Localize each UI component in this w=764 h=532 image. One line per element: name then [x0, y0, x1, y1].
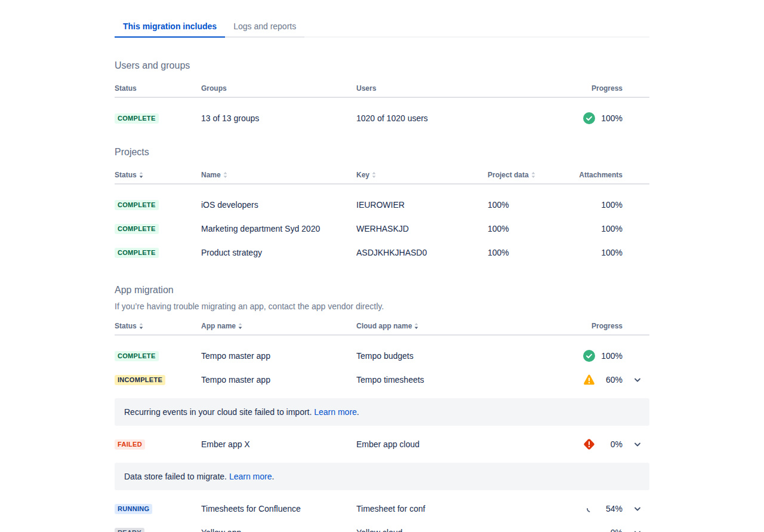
projects-table-body: COMPLETE iOS developers IEUROWIER 100% 1…	[115, 184, 649, 265]
status-badge: COMPLETE	[115, 113, 159, 124]
expand-row-button[interactable]	[631, 503, 643, 515]
column-header-project-data[interactable]: Project data	[488, 171, 577, 179]
project-data-value: 100%	[488, 200, 577, 210]
attachments-value: 100%	[577, 248, 626, 257]
project-data-value: 100%	[488, 248, 577, 257]
progress-value: 0%	[601, 439, 623, 449]
app-migration-subtitle: If you’re having trouble migrating an ap…	[115, 302, 649, 311]
chevron-down-icon	[633, 528, 642, 532]
tab-logs-and-reports[interactable]: Logs and reports	[225, 17, 304, 38]
column-header-attachments: Attachments	[579, 171, 626, 179]
chevron-down-icon	[633, 439, 642, 449]
cloud-app-name: Yellow cloud	[356, 528, 524, 532]
warning-triangle-icon	[583, 374, 595, 386]
expand-row-button[interactable]	[631, 527, 643, 532]
sort-icon	[139, 323, 143, 329]
column-header-progress: Progress	[592, 84, 626, 93]
tab-this-migration-includes[interactable]: This migration includes	[115, 17, 225, 38]
column-header-status[interactable]: Status	[115, 322, 201, 330]
users-table-body: COMPLETE 13 of 13 groups 1020 of 1020 us…	[115, 98, 649, 130]
status-badge: FAILED	[115, 439, 145, 450]
tab-bar: This migration includes Logs and reports	[115, 17, 649, 38]
apps-table-header: Status App name Cloud app name Progress	[115, 322, 649, 336]
column-header-cloud-app-name[interactable]: Cloud app name	[356, 322, 524, 330]
check-circle-icon	[583, 350, 595, 362]
section-app-migration: App migration If you’re having trouble m…	[115, 285, 649, 532]
table-row: COMPLETE Marketing department Syd 2020 W…	[115, 217, 649, 241]
project-data-value: 100%	[488, 224, 577, 233]
project-key: IEUROWIER	[356, 200, 488, 210]
table-row: RUNNING Timesheets for Confluence Timesh…	[115, 497, 649, 521]
cloud-app-name: Tempo budgets	[356, 351, 524, 361]
table-row: INCOMPLETE Tempo master app Tempo timesh…	[115, 368, 649, 392]
expand-row-button[interactable]	[631, 438, 643, 450]
app-name: Timesheets for Confluence	[201, 504, 356, 513]
learn-more-link[interactable]: Learn more	[229, 472, 272, 481]
progress-value: 100%	[601, 113, 623, 123]
column-header-groups: Groups	[201, 84, 356, 93]
status-badge: COMPLETE	[115, 248, 159, 258]
project-key: ASDJKHKJHASD0	[356, 248, 488, 257]
spinner-icon	[586, 504, 595, 513]
attachments-value: 100%	[577, 224, 626, 233]
chevron-down-icon	[633, 504, 642, 513]
sort-icon	[139, 172, 143, 178]
status-badge: COMPLETE	[115, 351, 159, 361]
users-count: 1020 of 1020 users	[356, 113, 524, 123]
app-name: Tempo master app	[201, 375, 356, 385]
app-name: Tempo master app	[201, 351, 356, 361]
groups-count: 13 of 13 groups	[201, 113, 356, 123]
table-row: COMPLETE Tempo master app Tempo budgets …	[115, 344, 649, 368]
row-error-message: Data store failed to migrate. Learn more…	[115, 463, 649, 490]
table-row: READY Yellow app Yellow cloud 0%	[115, 521, 649, 532]
sort-icon	[531, 172, 535, 178]
sort-icon	[414, 323, 418, 329]
error-icon	[583, 438, 595, 450]
status-badge: INCOMPLETE	[115, 375, 165, 385]
cloud-app-name: Ember app cloud	[356, 439, 524, 449]
learn-more-link[interactable]: Learn more	[314, 407, 357, 417]
app-name: Ember app X	[201, 439, 356, 449]
table-row: COMPLETE 13 of 13 groups 1020 of 1020 us…	[115, 106, 649, 130]
warning-message-text: Recurring events in your cloud site fail…	[124, 407, 312, 417]
attachments-value: 100%	[577, 200, 626, 210]
table-row: COMPLETE iOS developers IEUROWIER 100% 1…	[115, 193, 649, 217]
column-header-status[interactable]: Status	[115, 171, 201, 179]
project-key: WERHASKJD	[356, 224, 488, 233]
sort-icon	[372, 172, 376, 178]
project-name: Product strategy	[201, 248, 356, 257]
column-header-key[interactable]: Key	[356, 171, 488, 179]
section-title-projects: Projects	[115, 147, 649, 158]
column-header-users: Users	[356, 84, 524, 93]
sort-icon	[223, 172, 227, 178]
apps-table-body: COMPLETE Tempo master app Tempo budgets …	[115, 336, 649, 532]
app-name: Yellow app	[201, 528, 356, 532]
sort-icon	[238, 323, 242, 329]
table-row: FAILED Ember app X Ember app cloud 0%	[115, 432, 649, 456]
expand-row-button[interactable]	[631, 374, 643, 386]
status-badge: READY	[115, 528, 144, 532]
column-header-app-name[interactable]: App name	[201, 322, 356, 330]
progress-value: 60%	[601, 375, 623, 385]
project-name: Marketing department Syd 2020	[201, 224, 356, 233]
cloud-app-name: Timesheet for conf	[356, 504, 524, 513]
projects-table-header: Status Name Key Project data Attachments	[115, 171, 649, 184]
table-row: COMPLETE Product strategy ASDJKHKJHASD0 …	[115, 241, 649, 265]
progress-value: 100%	[601, 351, 623, 361]
status-badge: COMPLETE	[115, 200, 159, 210]
users-table-header: Status Groups Users Progress	[115, 84, 649, 98]
cloud-app-name: Tempo timesheets	[356, 375, 524, 385]
column-header-name[interactable]: Name	[201, 171, 356, 179]
row-warning-message: Recurring events in your cloud site fail…	[115, 398, 649, 426]
status-badge: COMPLETE	[115, 224, 159, 234]
progress-value: 54%	[601, 504, 623, 513]
progress-value: 0%	[601, 528, 623, 532]
section-projects: Projects Status Name Key Project data At…	[115, 147, 649, 265]
migration-details-page: This migration includes Logs and reports…	[115, 0, 649, 532]
chevron-down-icon	[633, 375, 642, 385]
status-badge: RUNNING	[115, 504, 152, 514]
section-title-app-migration: App migration	[115, 285, 649, 296]
column-header-progress: Progress	[592, 322, 626, 330]
project-name: iOS developers	[201, 200, 356, 210]
check-circle-icon	[583, 112, 595, 124]
